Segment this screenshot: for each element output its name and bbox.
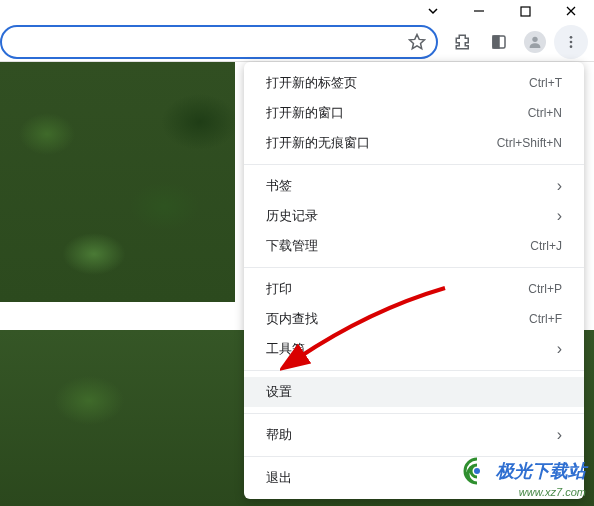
svg-point-7 [570, 45, 573, 48]
menu-separator [244, 370, 584, 371]
menu-settings[interactable]: 设置 [244, 377, 584, 407]
window-controls [410, 0, 594, 22]
maximize-button[interactable] [502, 0, 548, 22]
toolbar-icons [444, 25, 594, 59]
menu-item-label: 帮助 [266, 426, 292, 444]
menu-print[interactable]: 打印 Ctrl+P [244, 274, 584, 304]
menu-item-shortcut: Ctrl+T [529, 76, 562, 90]
menu-item-label: 工具箱 [266, 340, 305, 358]
menu-help[interactable]: 帮助 › [244, 420, 584, 450]
chevron-right-icon: › [557, 178, 562, 194]
menu-item-shortcut: Ctrl+N [528, 106, 562, 120]
menu-item-label: 设置 [266, 383, 292, 401]
watermark-url: www.xz7.com [462, 486, 586, 498]
forest-image-top [0, 62, 235, 302]
bookmark-star-icon[interactable] [408, 33, 426, 51]
menu-history[interactable]: 历史记录 › [244, 201, 584, 231]
chevron-right-icon: › [557, 208, 562, 224]
menu-separator [244, 413, 584, 414]
watermark-logo-icon [462, 456, 492, 486]
dropdown-icon[interactable] [410, 0, 456, 22]
menu-item-label: 打开新的无痕窗口 [266, 134, 370, 152]
menu-item-label: 书签 [266, 177, 292, 195]
menu-downloads[interactable]: 下载管理 Ctrl+J [244, 231, 584, 261]
svg-point-6 [570, 40, 573, 43]
extensions-icon[interactable] [446, 25, 480, 59]
chevron-right-icon: › [557, 341, 562, 357]
menu-item-label: 退出 [266, 469, 292, 487]
menu-item-label: 打开新的窗口 [266, 104, 344, 122]
svg-rect-3 [493, 36, 499, 48]
menu-new-window[interactable]: 打开新的窗口 Ctrl+N [244, 98, 584, 128]
menu-item-label: 打开新的标签页 [266, 74, 357, 92]
svg-rect-1 [521, 7, 530, 16]
menu-item-shortcut: Ctrl+F [529, 312, 562, 326]
menu-toolbox[interactable]: 工具箱 › [244, 334, 584, 364]
menu-item-label: 页内查找 [266, 310, 318, 328]
svg-point-8 [474, 468, 480, 474]
svg-point-5 [570, 36, 573, 39]
menu-new-incognito[interactable]: 打开新的无痕窗口 Ctrl+Shift+N [244, 128, 584, 158]
menu-separator [244, 164, 584, 165]
menu-item-shortcut: Ctrl+J [530, 239, 562, 253]
menu-bookmarks[interactable]: 书签 › [244, 171, 584, 201]
menu-item-label: 历史记录 [266, 207, 318, 225]
menu-item-label: 下载管理 [266, 237, 318, 255]
profile-avatar[interactable] [518, 25, 552, 59]
chevron-right-icon: › [557, 427, 562, 443]
menu-item-shortcut: Ctrl+Shift+N [497, 136, 562, 150]
menu-item-shortcut: Ctrl+P [528, 282, 562, 296]
browser-toolbar [0, 22, 594, 62]
menu-new-tab[interactable]: 打开新的标签页 Ctrl+T [244, 68, 584, 98]
more-menu-button[interactable] [554, 25, 588, 59]
watermark: 极光下载站 www.xz7.com [462, 456, 586, 498]
watermark-text: 极光下载站 [496, 459, 586, 483]
menu-find[interactable]: 页内查找 Ctrl+F [244, 304, 584, 334]
menu-item-label: 打印 [266, 280, 292, 298]
address-bar[interactable] [0, 25, 438, 59]
menu-separator [244, 267, 584, 268]
browser-menu: 打开新的标签页 Ctrl+T 打开新的窗口 Ctrl+N 打开新的无痕窗口 Ct… [244, 62, 584, 499]
close-button[interactable] [548, 0, 594, 22]
svg-point-4 [532, 36, 537, 41]
reader-icon[interactable] [482, 25, 516, 59]
minimize-button[interactable] [456, 0, 502, 22]
